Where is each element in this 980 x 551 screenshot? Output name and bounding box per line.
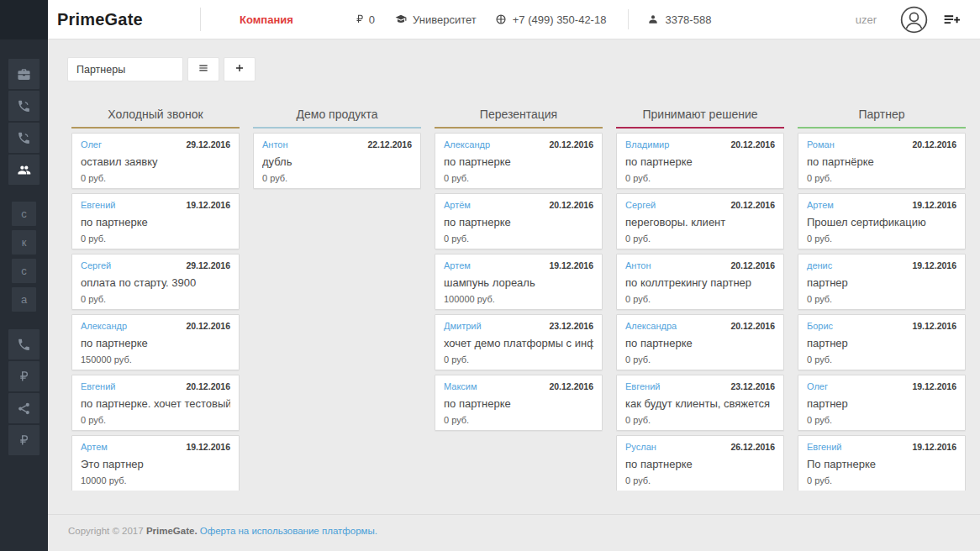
nav-company[interactable]: Компания <box>240 13 293 26</box>
card-contact-link[interactable]: Борис <box>807 321 833 331</box>
deal-card[interactable]: Олег 29.12.2016 оставил заявку 0 руб. <box>71 133 240 189</box>
deal-card[interactable]: Владимир 20.12.2016 по партнерке 0 руб. <box>616 133 784 189</box>
card-contact-link[interactable]: Александр <box>81 321 127 331</box>
nav-university[interactable]: Университет <box>395 13 477 26</box>
sidebar-item-calls-outgoing[interactable] <box>8 91 40 121</box>
card-contact-link[interactable]: Артём <box>444 200 471 210</box>
card-date: 20.12.2016 <box>730 321 775 331</box>
card-amount: 0 руб. <box>81 294 230 304</box>
card-header: Дмитрий 23.12.2016 <box>444 321 593 331</box>
deal-card[interactable]: Сергей 20.12.2016 переговоры. клиент 0 р… <box>616 193 784 249</box>
card-contact-link[interactable]: Антон <box>262 139 288 150</box>
sidebar-item-contacts[interactable] <box>8 155 40 185</box>
sidebar-item-service-c1[interactable]: c <box>12 202 36 226</box>
kanban-column: Принимают решение Владимир 20.12.2016 по… <box>616 108 784 491</box>
card-contact-link[interactable]: Владимир <box>625 139 669 150</box>
card-contact-link[interactable]: Олег <box>81 139 102 150</box>
deal-card[interactable]: Руслан 26.12.2016 по партнерке 0 руб. <box>616 435 784 491</box>
sidebar-item-integrations[interactable] <box>8 393 40 423</box>
deal-card[interactable]: Евгений 20.12.2016 по партнерке. хочет т… <box>71 375 240 431</box>
board-menu-button[interactable] <box>187 57 219 81</box>
sidebar-item-calls-incoming[interactable] <box>8 123 40 153</box>
nav-phone[interactable]: +7 (499) 350-42-18 <box>495 13 607 26</box>
card-header: денис 19.12.2016 <box>807 260 956 270</box>
deal-card[interactable]: Артем 19.12.2016 Прошел сертификацию 0 р… <box>798 193 966 249</box>
deal-card[interactable]: Евгений 23.12.2016 как будут клиенты, св… <box>616 375 784 431</box>
card-header: Артем 19.12.2016 <box>81 442 230 452</box>
column-title: Партнер <box>858 108 904 121</box>
app-logo[interactable]: PrimeGate <box>57 10 200 29</box>
sidebar-item-service-a[interactable]: a <box>12 287 36 312</box>
footer-offer-link[interactable]: Оферта на использование платформы. <box>200 526 377 536</box>
card-contact-link[interactable]: Артем <box>444 260 471 270</box>
card-contact-link[interactable]: Евгений <box>81 381 115 391</box>
deal-card[interactable]: Александр 20.12.2016 по партнерке 150000… <box>71 314 240 370</box>
deal-card[interactable]: Евгений 19.12.2016 По партнерке 0 руб. <box>798 435 966 491</box>
card-header: Артем 19.12.2016 <box>444 260 593 270</box>
sidebar-item-payments-1[interactable] <box>8 361 40 391</box>
card-text: По партнерке <box>807 458 956 470</box>
card-text: партнер <box>807 397 956 410</box>
card-contact-link[interactable]: Артем <box>81 442 108 452</box>
nav-account-id[interactable]: 3378-588 <box>647 13 711 26</box>
card-contact-link[interactable]: Сергей <box>81 260 111 270</box>
card-contact-link[interactable]: Александр <box>444 139 490 150</box>
phone-call-icon <box>17 131 31 145</box>
card-contact-link[interactable]: Евгений <box>807 442 841 452</box>
card-contact-link[interactable]: Сергей <box>625 200 656 210</box>
card-contact-link[interactable]: Артем <box>807 200 834 210</box>
share-nodes-icon <box>17 401 31 416</box>
column-header: Партнер <box>798 108 966 129</box>
card-header: Максим 20.12.2016 <box>444 381 593 391</box>
card-contact-link[interactable]: Роман <box>807 139 835 150</box>
card-contact-link[interactable]: денис <box>807 260 832 270</box>
deal-card[interactable]: Роман 20.12.2016 по партнёрке 0 руб. <box>798 133 966 189</box>
deal-card[interactable]: Артём 20.12.2016 по партнерке 0 руб. <box>435 193 603 249</box>
header-nav: Компания 0 Университет +7 (499) 350-42-1… <box>201 9 711 29</box>
card-amount: 0 руб. <box>625 294 775 304</box>
deal-card[interactable]: Александра 20.12.2016 по партнерке 0 руб… <box>616 314 784 370</box>
card-amount: 0 руб. <box>807 294 956 304</box>
deal-card[interactable]: Артем 19.12.2016 Это партнер 10000 руб. <box>71 435 240 491</box>
playlist-add-icon[interactable] <box>942 11 960 29</box>
deal-card[interactable]: Артем 19.12.2016 шампунь лореаль 100000 … <box>435 254 603 310</box>
card-header: Владимир 20.12.2016 <box>625 139 775 150</box>
avatar[interactable] <box>900 6 928 34</box>
card-text: партнер <box>807 337 956 349</box>
deal-card[interactable]: денис 19.12.2016 партнер 0 руб. <box>798 254 966 310</box>
deal-card[interactable]: Дмитрий 23.12.2016 хочет демо платформы … <box>435 314 603 370</box>
sidebar-item-telephony[interactable] <box>8 329 40 359</box>
header-divider <box>628 9 629 29</box>
deal-card[interactable]: Александр 20.12.2016 по партнерке 0 руб. <box>435 133 603 189</box>
card-contact-link[interactable]: Руслан <box>625 442 656 452</box>
funnel-select[interactable]: Партнеры <box>67 57 183 81</box>
add-deal-button[interactable] <box>224 57 256 81</box>
card-contact-link[interactable]: Дмитрий <box>444 321 482 331</box>
deal-card[interactable]: Олег 19.12.2016 партнер 0 руб. <box>798 375 966 431</box>
card-contact-link[interactable]: Евгений <box>625 381 660 391</box>
nav-balance[interactable]: 0 <box>354 13 375 26</box>
kanban-column: Партнер Роман 20.12.2016 по партнёрке 0 … <box>798 108 966 491</box>
sidebar-item-service-c2[interactable]: c <box>12 259 36 283</box>
nav-university-label: Университет <box>413 13 477 26</box>
card-list: Владимир 20.12.2016 по партнерке 0 руб. … <box>616 133 784 491</box>
sidebar-item-payments-2[interactable] <box>8 425 40 455</box>
card-contact-link[interactable]: Антон <box>625 260 651 270</box>
deal-card[interactable]: Максим 20.12.2016 по партнерке 0 руб. <box>435 375 603 431</box>
card-contact-link[interactable]: Евгений <box>81 200 115 210</box>
deal-card[interactable]: Антон 20.12.2016 по коллтрекингу партнер… <box>616 254 784 310</box>
card-contact-link[interactable]: Олег <box>807 381 828 391</box>
card-contact-link[interactable]: Максим <box>444 381 477 391</box>
deal-card[interactable]: Евгений 19.12.2016 по партнерке 0 руб. <box>71 193 240 249</box>
deal-card[interactable]: Борис 19.12.2016 партнер 0 руб. <box>798 314 966 370</box>
card-contact-link[interactable]: Александра <box>625 321 677 331</box>
username[interactable]: uzer <box>856 13 877 26</box>
deal-card[interactable]: Антон 22.12.2016 дубль 0 руб. <box>253 133 421 189</box>
sidebar-item-service-k[interactable]: к <box>12 230 36 255</box>
kanban-column: Перезентация Александр 20.12.2016 по пар… <box>435 108 603 491</box>
card-date: 20.12.2016 <box>730 139 775 150</box>
card-header: Артём 20.12.2016 <box>444 200 593 210</box>
deal-card[interactable]: Сергей 29.12.2016 оплата по старту. 3900… <box>71 254 240 310</box>
sidebar-item-deals[interactable] <box>8 59 40 89</box>
column-title: Холодный звонок <box>108 108 203 121</box>
